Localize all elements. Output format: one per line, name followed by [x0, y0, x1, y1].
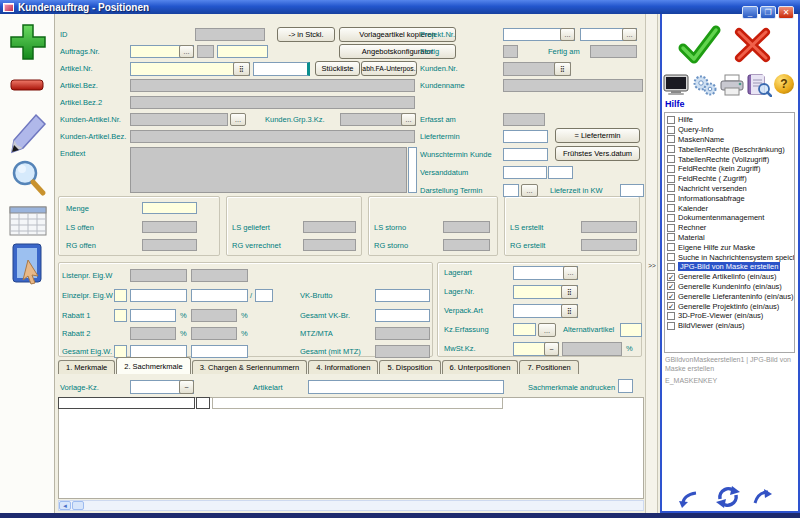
liefertermin-input[interactable] — [503, 130, 548, 143]
checkbox-icon[interactable] — [667, 214, 675, 222]
checkbox-icon[interactable] — [667, 116, 675, 124]
checkbox-icon[interactable] — [667, 204, 675, 212]
maximize-button[interactable]: ❐ — [760, 6, 776, 19]
checkbox-icon[interactable] — [667, 282, 675, 290]
help-option[interactable]: Generelle Kundeninfo (ein/aus) — [667, 282, 794, 292]
help-option[interactable]: Query-Info — [667, 125, 794, 135]
delete-record-icon[interactable] — [9, 76, 45, 98]
checkbox-icon[interactable] — [667, 312, 675, 320]
checkbox-icon[interactable] — [667, 194, 675, 202]
dropdown-minus-button[interactable]: – — [179, 380, 194, 394]
lagerart-input[interactable]: … — [513, 266, 578, 280]
rabatt1-kz-input[interactable] — [114, 309, 127, 322]
scrollbar-thumb[interactable] — [72, 501, 84, 510]
tab[interactable]: 1. Merkmale — [58, 360, 115, 374]
sachmerkmale-andrucken-checkbox[interactable] — [618, 379, 633, 393]
abh-fa-unterpos-button[interactable]: abh.FA-Unterpos. — [361, 61, 417, 76]
fruehstes-versdatum-button[interactable]: Frühstes Vers.datum — [555, 146, 640, 161]
checkbox-icon[interactable] — [667, 253, 675, 261]
dropdown-minus-button[interactable]: – — [544, 342, 559, 356]
einzelpr-einheit-input[interactable] — [255, 289, 273, 302]
help-option[interactable]: Rechner — [667, 223, 794, 233]
ellipsis-button[interactable]: … — [521, 184, 538, 197]
help-icon[interactable]: ? — [774, 74, 794, 94]
checkbox-icon[interactable] — [667, 175, 675, 183]
checkbox-icon[interactable] — [667, 126, 675, 134]
help-option[interactable]: 3D-ProE-Viewer (ein/aus) — [667, 311, 794, 321]
in-stueckliste-button[interactable]: -> in Stckl. — [277, 27, 335, 42]
scroll-left-button[interactable]: ◄ — [59, 501, 71, 510]
settings-gears-icon[interactable] — [692, 73, 718, 101]
versanddatum-input[interactable] — [503, 166, 547, 179]
ellipsis-button[interactable]: … — [538, 323, 556, 337]
vk-brutto-input[interactable] — [375, 289, 430, 302]
artikelart-input[interactable] — [308, 380, 504, 394]
help-option[interactable]: Dokumentenmanagement — [667, 213, 794, 223]
endtext-scrollbar[interactable] — [408, 147, 417, 193]
endtext-textarea[interactable] — [130, 147, 407, 193]
help-option[interactable]: MaskenName — [667, 135, 794, 145]
help-option[interactable]: Informationsabfrage — [667, 193, 794, 203]
alternativartikel-input[interactable] — [620, 323, 642, 337]
help-option[interactable]: Generelle Artikelinfo (ein/aus) — [667, 272, 794, 282]
search-icon[interactable] — [8, 158, 48, 206]
artikel-nr-suffix-input[interactable] — [253, 62, 310, 76]
help-option[interactable]: Eigene Hilfe zur Maske — [667, 242, 794, 252]
checkbox-icon[interactable] — [667, 145, 675, 153]
add-record-icon[interactable] — [8, 22, 48, 66]
ellipsis-button[interactable]: … — [560, 28, 575, 41]
minimize-button[interactable]: _ — [742, 6, 758, 19]
projekt-nr2-input[interactable]: … — [580, 28, 637, 41]
grid-header-cell[interactable] — [58, 397, 195, 409]
help-option[interactable]: Hilfe — [667, 115, 794, 125]
gleich-liefertermin-button[interactable]: = Liefertermin — [555, 128, 640, 143]
help-option[interactable]: BildViewer (ein/aus) — [667, 321, 794, 331]
einzelpr-field2[interactable] — [191, 289, 248, 302]
help-option[interactable]: Nachricht versenden — [667, 184, 794, 194]
tab[interactable]: 3. Chargen & Seriennummern — [192, 360, 308, 374]
checkbox-icon[interactable] — [667, 224, 675, 232]
auftrags-nr-input[interactable]: … — [130, 45, 194, 58]
ellipsis-button[interactable]: … — [622, 28, 637, 41]
tab[interactable]: 5. Disposition — [379, 360, 440, 374]
grid-lookup-button[interactable]: ⣿ — [554, 62, 571, 76]
stueckliste-button[interactable]: Stückliste — [315, 61, 360, 76]
menge-input[interactable] — [142, 202, 197, 214]
help-option[interactable]: Generelle Projektinfo (ein/aus) — [667, 301, 794, 311]
help-option[interactable]: Kalender — [667, 203, 794, 213]
arrow-back-icon[interactable] — [678, 490, 698, 512]
ellipsis-button[interactable]: … — [401, 113, 416, 126]
ellipsis-button[interactable]: … — [179, 45, 194, 58]
help-option[interactable]: TabellenRechte (Beschränkung) — [667, 144, 794, 154]
confirm-check-icon[interactable] — [676, 24, 722, 70]
auftrags-nr2-input[interactable] — [217, 45, 268, 58]
grid-lookup-button[interactable]: ⣿ — [561, 304, 578, 318]
help-option[interactable]: TabellenRechte (Vollzugriff) — [667, 154, 794, 164]
checkbox-icon[interactable] — [667, 233, 675, 241]
ellipsis-button[interactable]: … — [563, 266, 578, 280]
rabatt1-input[interactable] — [130, 309, 176, 322]
kz-erfassung-input[interactable] — [513, 323, 536, 336]
artikel-nr-input[interactable]: ⣿ — [130, 62, 250, 76]
help-option[interactable]: Generelle Lieferanteninfo (ein/aus) — [667, 291, 794, 301]
checkbox-icon[interactable] — [667, 155, 675, 163]
tab[interactable]: 7. Positionen — [519, 360, 578, 374]
ellipsis-button[interactable]: … — [230, 113, 246, 126]
close-button[interactable]: ✕ — [778, 6, 794, 19]
picker-screen-icon[interactable] — [8, 242, 48, 290]
sachmerkmale-grid[interactable] — [58, 397, 644, 499]
checkbox-icon[interactable] — [667, 165, 675, 173]
tab[interactable]: 6. Unterpositionen — [442, 360, 519, 374]
refresh-icon[interactable] — [714, 484, 742, 514]
darstellung-termin-input[interactable] — [503, 184, 519, 197]
grid-lookup-button[interactable]: ⣿ — [233, 62, 250, 76]
checkbox-icon[interactable] — [667, 243, 675, 251]
arrow-forward-icon[interactable] — [753, 488, 773, 510]
document-search-icon[interactable] — [746, 73, 772, 101]
verpack-art-input[interactable]: ⣿ — [513, 304, 578, 318]
mwst-kz-input[interactable]: – — [513, 342, 559, 356]
grid-lookup-button[interactable]: ⣿ — [561, 285, 578, 299]
table-grid-icon[interactable] — [9, 205, 47, 241]
edit-pencil-icon[interactable] — [8, 112, 48, 160]
wunschtermin-kunde-input[interactable] — [503, 148, 548, 161]
